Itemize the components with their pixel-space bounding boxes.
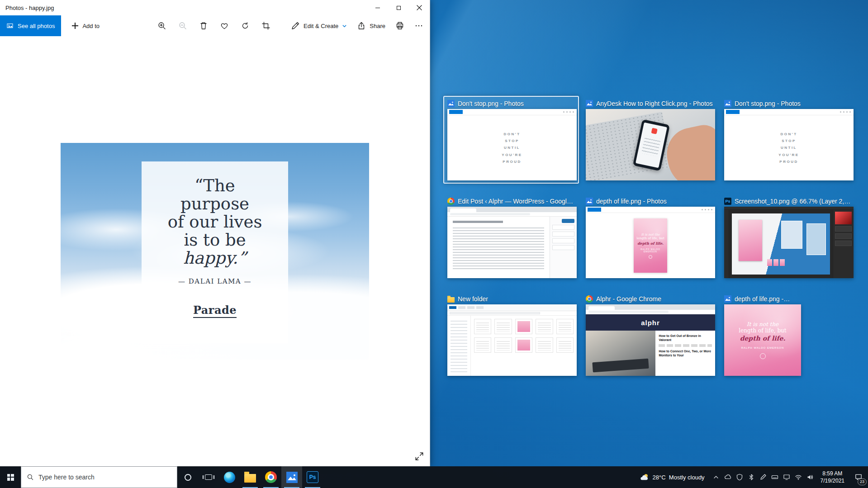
tray-network[interactable] [792,466,804,488]
clock-date: 7/19/2021 [821,477,844,484]
snap-label: depth of life.png -… [724,294,852,303]
wifi-icon [795,474,802,481]
shield-icon [736,474,743,481]
minimize-button[interactable] [367,0,388,15]
share-button[interactable]: Share [357,21,385,30]
more-button[interactable] [414,21,423,30]
photos-icon [286,472,298,483]
zoom-out-button[interactable] [178,21,187,30]
snap-label: depth of life.png - Photos [586,197,713,206]
snap-window-title: Screenshot_10.png @ 66.7% (Layer 2, RGB… [735,198,852,205]
browser-frame [586,304,715,310]
fullscreen-button[interactable] [414,451,424,463]
close-button[interactable] [409,0,430,15]
favorite-button[interactable] [220,21,229,30]
tray-pen[interactable] [757,466,769,488]
window-thumbnail [586,109,715,180]
delete-button[interactable] [199,21,208,30]
edit-create-label: Edit & Create [304,23,338,29]
snap-window-new-folder[interactable]: New folder [443,291,579,379]
file-thumbnail [494,319,512,334]
snap-label: Edit Post ‹ Alphr — WordPress - Google C… [447,197,575,206]
share-icon [357,21,366,30]
speaker-icon [806,474,814,481]
photos-app-window: Photos - happy.jpg See all photos [0,0,430,466]
zoom-in-button[interactable] [157,21,166,30]
search-input[interactable] [38,474,171,481]
snap-window-title: Don't stop.png - Photos [458,100,524,107]
print-button[interactable] [395,21,404,30]
snap-window-title: depth of life.png -… [735,295,790,303]
file-thumbnail [536,319,553,334]
tray-display[interactable] [781,466,792,488]
window-thumbnail: It is not the length of life, but depth … [724,304,801,376]
snap-window-title: Don't stop.png - Photos [735,100,801,107]
quote-attribution: — DALAI LAMA — [142,277,288,285]
titlebar: Photos - happy.jpg [0,0,430,15]
quote-line: happy.” [142,249,288,267]
maximize-button[interactable] [388,0,409,15]
mini-photos-toolbar [586,207,715,213]
taskbar-clock[interactable]: 8:59 AM 7/19/2021 [816,466,849,488]
add-to-label: Add to [82,23,100,29]
pen-icon [759,474,767,481]
explorer-ribbon [447,304,577,311]
mini-photos-body: DON'TSTOPUNTILYOU'REPROUD [447,115,577,180]
tray-onedrive[interactable] [722,466,734,488]
action-center-button[interactable]: 23 [849,466,868,488]
photos-app-icon [724,100,731,107]
snap-window-anydesk[interactable]: AnyDesk How to Right Click.png - Photos [582,96,717,184]
snap-window-depth-of-life-image[interactable]: depth of life.png -… It is not the lengt… [720,291,856,379]
snap-window-photoshop[interactable]: Ps Screenshot_10.png @ 66.7% (Layer 2, R… [720,194,856,281]
tray-volume[interactable] [804,466,816,488]
notification-badge: 23 [858,479,867,485]
snap-window-dont-stop-2[interactable]: Don't stop.png - Photos DON'TSTOPUNTILYO… [720,96,856,184]
taskbar-search[interactable] [21,466,177,488]
taskbar-file-explorer[interactable] [240,466,261,488]
start-button[interactable] [0,466,21,488]
edit-create-button[interactable]: Edit & Create [291,21,347,30]
bluetooth-icon [748,474,755,481]
taskbar-chrome[interactable] [261,466,281,488]
zoom-out-icon [178,21,187,30]
article-image [586,331,655,376]
edge-icon [224,472,235,483]
snap-window-alphr-chrome[interactable]: Alphr - Google Chrome alphr How to Get O… [582,291,717,379]
taskbar-photos[interactable] [281,466,302,488]
photoshop-menubar [724,207,854,210]
photoshop-toolbar [724,210,729,278]
snap-window-title: Edit Post ‹ Alphr — WordPress - Google C… [458,198,575,205]
alphr-content: How to Get Out of Bronze in Valorant How… [586,331,715,376]
trash-icon [199,21,208,30]
show-hidden-icons-button[interactable] [710,466,722,488]
rotate-button[interactable] [241,21,250,30]
snap-window-wordpress[interactable]: Edit Post ‹ Alphr — WordPress - Google C… [443,194,579,281]
windows-logo-icon [7,474,14,481]
add-to-button[interactable]: Add to [72,23,100,29]
file-thumbnail [515,337,532,353]
file-thumbnail [556,337,574,353]
taskbar-edge[interactable] [219,466,240,488]
snap-window-dont-stop-1[interactable]: Don't stop.png - Photos DON'TSTOPUNTILYO… [443,96,579,184]
taskbar: Ps 28°C Mostly cloudy [0,466,868,488]
tray-touch-keyboard[interactable] [769,466,781,488]
tray-security[interactable] [734,466,745,488]
task-view-button[interactable] [198,466,219,488]
ellipsis-icon [414,21,423,30]
alphr-logo: alphr [641,319,660,327]
cortana-button[interactable] [177,466,198,488]
snap-label: AnyDesk How to Right Click.png - Photos [586,99,713,108]
file-thumbnail [515,319,532,334]
tray-bluetooth[interactable] [745,466,757,488]
folder-app-icon [447,295,455,303]
printer-icon [395,21,404,30]
photos-collection-icon [6,22,14,29]
snap-window-depth-of-life-photos[interactable]: depth of life.png - Photos It is not the… [582,194,717,281]
weather-widget[interactable]: 28°C Mostly cloudy [635,466,710,488]
crop-button[interactable] [261,21,270,30]
see-all-photos-button[interactable]: See all photos [0,15,61,36]
monitor-icon [783,474,790,481]
taskbar-photoshop[interactable]: Ps [302,466,323,488]
snap-window-title: Alphr - Google Chrome [596,295,661,303]
see-all-photos-label: See all photos [18,23,55,29]
